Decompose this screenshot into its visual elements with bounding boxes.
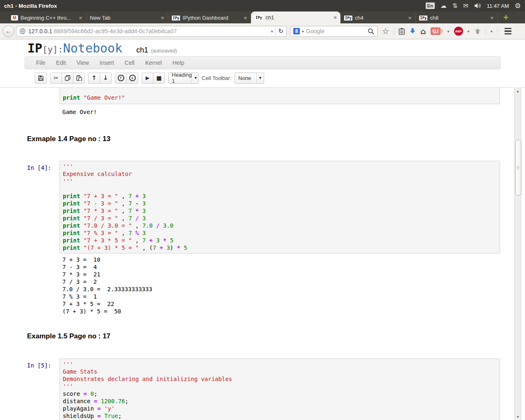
- code-line: print "(7 + 3) * 5 = " , (7 + 3) * 5: [63, 244, 500, 251]
- move-down-icon: ↓: [103, 75, 108, 81]
- keyboard-indicator[interactable]: En: [426, 2, 435, 9]
- browser-tabbar: MBeginning C++ thro...×New Tab×IPyIPytho…: [0, 11, 525, 23]
- toolbar-group: ↑↓: [88, 73, 112, 84]
- cell-toolbar-select[interactable]: None ▼: [235, 73, 264, 84]
- move-down-button[interactable]: ↓: [100, 73, 112, 84]
- browser-tab-ch1[interactable]: IPych1×: [251, 11, 340, 23]
- browser-tab-new-tab[interactable]: New Tab×: [86, 12, 168, 23]
- code-cell: print "Game Over!": [0, 88, 500, 104]
- desktop-screen: ch1 - Mozilla Firefox En ☁ ⇅ ✉ 11:47 AM …: [0, 0, 525, 420]
- tab-close-icon[interactable]: ×: [333, 14, 337, 21]
- menu-cell[interactable]: Cell: [119, 57, 140, 69]
- page-scrollbar[interactable]: ▴ ▾: [514, 87, 521, 420]
- copy-button[interactable]: [62, 73, 73, 84]
- browser-tab-ipython-dashboard[interactable]: IPyIPython Dashboard×: [168, 12, 251, 23]
- output-area: Game Over!: [62, 108, 500, 116]
- ipython-favicon: IPy: [172, 16, 180, 21]
- chevron-down-icon: ▼: [192, 73, 199, 83]
- save-button[interactable]: [35, 73, 47, 84]
- system-tray: En ☁ ⇅ ✉ 11:47 AM ⚙: [426, 2, 525, 9]
- output-line: 7 * 3 = 21: [62, 271, 500, 278]
- url-dropdown-icon[interactable]: ▾: [271, 29, 273, 34]
- heading-cell[interactable]: Example 1.5 Page no : 17: [27, 333, 500, 340]
- tab-close-icon[interactable]: ×: [490, 15, 493, 21]
- url-path: :8889/594c66d2-ac95-4e3d-add4-0c7a0eb4ca…: [52, 28, 177, 34]
- heading-cell[interactable]: Exmaple 1.4 Page no : 13: [27, 135, 500, 142]
- menu-insert[interactable]: Insert: [94, 57, 119, 69]
- code-input-area[interactable]: '''Expensive calculator''' print "7 + 3 …: [59, 161, 500, 253]
- tab-close-icon[interactable]: ×: [79, 15, 82, 21]
- move-up-button[interactable]: ↑: [88, 73, 100, 84]
- output-line: 7 / 3 = 2: [62, 278, 500, 285]
- mail-icon[interactable]: ✉: [463, 3, 468, 9]
- menu-kernel[interactable]: Kernel: [140, 57, 167, 69]
- menu-help[interactable]: Help: [167, 57, 189, 69]
- ipython-favicon: IPy: [255, 15, 263, 20]
- url-input[interactable]: 127.0.0.1 :8889/594c66d2-ac95-4e3d-add4-…: [16, 26, 287, 37]
- browser-tab-ch8[interactable]: IPych8×: [415, 12, 498, 23]
- adblock-dropdown-icon[interactable]: ▾: [468, 29, 470, 34]
- browser-tab-ch4[interactable]: IPych4×: [340, 12, 415, 23]
- notebook-title[interactable]: ch1: [136, 46, 148, 55]
- menu-file[interactable]: File: [31, 57, 51, 69]
- cut-button[interactable]: ✂: [50, 73, 62, 84]
- search-input[interactable]: 8 ▾ Google: [290, 26, 378, 37]
- network-sync-icon[interactable]: ⇅: [452, 3, 458, 9]
- insert-above-button[interactable]: ↑: [115, 73, 127, 84]
- cell-type-select[interactable]: Heading 1 ▼: [168, 73, 199, 84]
- code-line: score = 0;: [63, 390, 500, 397]
- chevron-down-icon: ▼: [256, 73, 264, 83]
- code-input-area[interactable]: '''Game StatsDemonstrates declaring and …: [59, 358, 500, 420]
- code-input-area[interactable]: print "Game Over!": [59, 88, 500, 104]
- flashblock-fly-icon[interactable]: [474, 28, 481, 34]
- quickjava-icon[interactable]: QJ!: [431, 27, 443, 35]
- clock[interactable]: 11:47 AM: [487, 3, 509, 9]
- insert-below-button[interactable]: ↓: [126, 73, 138, 84]
- adblock-icon[interactable]: ABP: [454, 27, 463, 36]
- bookmark-star-icon[interactable]: ☆: [382, 26, 389, 36]
- search-magnifier-icon[interactable]: [368, 28, 374, 35]
- scroll-up-icon[interactable]: ▴: [515, 88, 521, 94]
- quickjava-badge: QJ: [431, 27, 441, 35]
- downloads-icon[interactable]: [409, 28, 416, 34]
- run-button[interactable]: ▶: [142, 73, 153, 84]
- reload-icon[interactable]: ↻: [278, 27, 283, 35]
- tab-close-icon[interactable]: ×: [244, 15, 247, 21]
- logo-y: [y]:: [42, 45, 63, 55]
- scroll-down-icon[interactable]: ▾: [515, 413, 521, 420]
- search-placeholder: Google: [306, 28, 365, 34]
- run-icon: ▶: [146, 75, 149, 80]
- tab-close-icon[interactable]: ×: [161, 15, 164, 21]
- code-line: ''': [63, 383, 500, 390]
- browser-tab-beginning-c-thro[interactable]: MBeginning C++ thro...×: [7, 12, 86, 23]
- code-line: playAgain = 'y': [63, 405, 500, 412]
- menu-hamburger-icon[interactable]: [504, 28, 511, 34]
- cut-icon: ✂: [54, 75, 59, 81]
- new-tab-button[interactable]: +: [503, 13, 509, 22]
- home-icon[interactable]: ⌂: [420, 27, 426, 36]
- overflow-dropdown-icon[interactable]: ▾: [491, 29, 493, 34]
- volume-icon[interactable]: [474, 3, 481, 9]
- code-line: print "7 + 3 * 5 = " , 7 + 3 * 5: [63, 237, 500, 244]
- code-line: Expensive calculator: [63, 170, 500, 178]
- bookmarks-menu-icon[interactable]: [399, 28, 405, 35]
- ipython-logo[interactable]: IP[y]:Notebook: [27, 41, 122, 55]
- code-line: Game Stats: [63, 368, 500, 375]
- menu-edit[interactable]: Edit: [51, 57, 71, 69]
- menu-view[interactable]: View: [71, 57, 94, 69]
- back-button[interactable]: ←: [2, 25, 14, 37]
- session-gear-icon[interactable]: ⚙: [515, 2, 521, 9]
- stop-button[interactable]: ■: [153, 73, 165, 84]
- notebook-toolbar: ✂↑↓↑↓▶■ Heading 1 ▼ Cell Toolbar: None ▼: [35, 72, 525, 84]
- ipython-favicon: IPy: [419, 16, 427, 21]
- tab-close-icon[interactable]: ×: [408, 15, 411, 21]
- paste-button[interactable]: [73, 73, 85, 84]
- ipython-favicon: IPy: [344, 16, 352, 21]
- quickjava-dropdown-icon[interactable]: ▾: [447, 29, 450, 34]
- google-logo-icon[interactable]: 8: [293, 28, 300, 34]
- toolbar-button-groups: ✂↑↓↑↓▶■: [35, 73, 165, 84]
- scrollbar-thumb[interactable]: [515, 139, 521, 196]
- search-engine-dropdown-icon[interactable]: ▾: [302, 29, 304, 34]
- insert-below-icon: ↓: [129, 75, 136, 81]
- weather-cloud-icon[interactable]: ☁: [441, 3, 447, 9]
